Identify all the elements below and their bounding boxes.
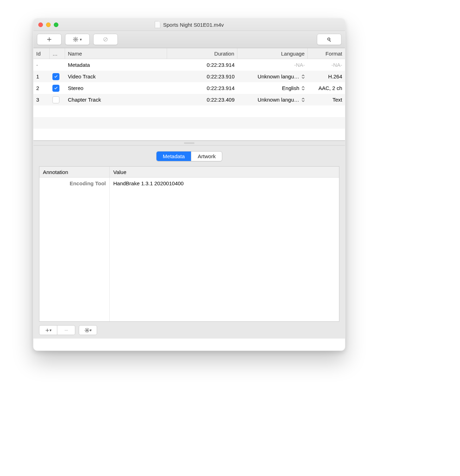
cell-name: Metadata [65,62,167,68]
stepper-icon [301,97,305,103]
chevron-down-icon: ▾ [50,328,52,333]
cell-duration: 0:22:23.409 [167,97,237,103]
stepper-icon [301,85,305,91]
svg-rect-4 [329,40,331,42]
cell-format: AAC, 2 ch [308,85,345,91]
annotation-key: Encoding Tool [39,178,110,189]
minimize-window-button[interactable] [46,22,51,27]
detail-tabs: Metadata Artwork [39,151,339,161]
metadata-body: Encoding Tool HandBrake 1.3.1 2020010400 [39,178,339,321]
cell-name: Video Track [65,73,167,79]
col-name[interactable]: Name [65,48,167,59]
table-row[interactable]: - Metadata 0:22:23.914 -NA- -NA- [33,59,345,71]
svg-point-5 [86,329,88,331]
cell-enabled [50,85,65,92]
grip-icon [184,142,194,144]
cell-format: H.264 [308,73,345,79]
close-window-button[interactable] [38,22,43,27]
cell-enabled [50,73,65,80]
tab-artwork[interactable]: Artwork [191,152,222,161]
document-icon [155,21,160,28]
search-button[interactable] [317,34,341,45]
col-value[interactable]: Value [110,167,339,177]
table-row[interactable]: 3 Chapter Track 0:22:23.409 Unknown lang… [33,94,345,105]
plus-icon [46,37,52,42]
metadata-table: Annotation Value Encoding Tool HandBrake… [39,166,339,322]
gear-icon [84,328,90,333]
minus-icon [64,328,69,333]
cell-name: Stereo [65,85,167,91]
cell-id: 2 [33,85,50,91]
window-controls [33,22,58,27]
metadata-action-menu[interactable]: ▾ [79,325,97,335]
col-annotation[interactable]: Annotation [39,167,110,177]
stepper-icon [301,74,305,79]
titlebar: Sports Night S01E01.m4v [33,19,345,31]
cell-name: Chapter Track [65,97,167,103]
plus-icon [45,328,50,333]
table-row[interactable]: 2 Stereo 0:22:23.914 English AAC, 2 ch [33,82,345,94]
empty-rows [33,105,345,140]
cell-id: 3 [33,97,50,103]
col-language[interactable]: Language [237,48,308,59]
language-popup[interactable]: Unknown langu… [237,73,308,79]
metadata-header-row: Annotation Value [39,167,339,178]
no-entry-icon [103,37,108,42]
search-icon [326,37,332,42]
annotation-value: HandBrake 1.3.1 2020010400 [110,178,339,189]
tab-metadata[interactable]: Metadata [156,152,191,161]
remove-metadata-button[interactable] [57,325,75,335]
cell-enabled [50,96,65,103]
svg-point-3 [328,38,330,40]
cell-id: - [33,62,50,68]
chevron-down-icon: ▾ [80,37,82,42]
enabled-checkbox[interactable] [52,85,59,92]
language-popup[interactable]: Unknown langu… [237,97,308,103]
cell-language: Unknown langu… [258,97,299,103]
cell-duration: 0:22:23.914 [167,85,237,91]
gear-icon [73,37,78,42]
cell-id: 1 [33,73,50,79]
cell-language: -NA- [237,62,308,68]
toolbar: ▾ [33,31,345,48]
cell-format: Text [308,97,345,103]
svg-point-0 [75,39,76,40]
cell-language: Unknown langu… [258,73,299,79]
cancel-button[interactable] [93,34,118,45]
cell-language: English [282,85,299,91]
window-title: Sports Night S01E01.m4v [33,21,345,28]
table-row[interactable]: 1 Video Track 0:22:23.910 Unknown langu…… [33,71,345,82]
tracks-header-row: Id … Name Duration Language Format [33,48,345,59]
col-id[interactable]: Id [33,48,50,59]
language-popup[interactable]: English [237,85,308,91]
action-menu-button[interactable]: ▾ [65,34,90,45]
detail-panel: Metadata Artwork Annotation Value Encodi… [33,146,345,339]
cell-duration: 0:22:23.910 [167,73,237,79]
enabled-checkbox[interactable] [52,73,59,80]
window-title-text: Sports Night S01E01.m4v [163,22,224,28]
metadata-toolbar: ▾ ▾ [39,325,339,335]
add-metadata-button[interactable]: ▾ [39,325,57,335]
chevron-down-icon: ▾ [90,328,92,333]
tracks-table: Id … Name Duration Language Format - Met… [33,48,345,141]
cell-duration: 0:22:23.914 [167,62,237,68]
app-window: Sports Night S01E01.m4v ▾ Id … Name Dura… [33,18,345,351]
zoom-window-button[interactable] [54,22,58,27]
enabled-checkbox[interactable] [52,96,59,103]
pane-splitter[interactable] [33,141,345,146]
col-duration[interactable]: Duration [167,48,237,59]
add-remove-group: ▾ [39,325,75,335]
add-track-button[interactable] [37,34,62,45]
col-enabled[interactable]: … [50,48,65,59]
col-format[interactable]: Format [308,48,345,59]
segmented-control: Metadata Artwork [156,151,222,161]
cell-format: -NA- [308,62,345,68]
